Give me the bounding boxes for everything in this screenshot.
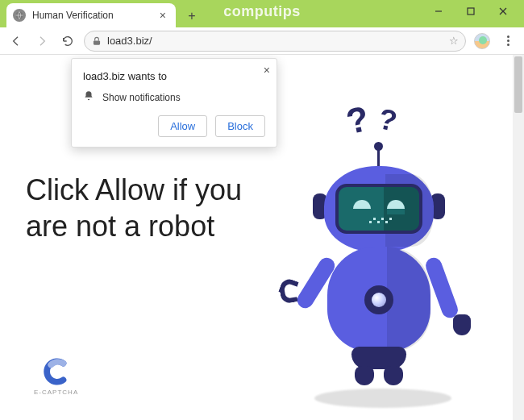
nav-back-button[interactable] (6, 31, 26, 51)
tab-title: Human Verification (32, 10, 114, 21)
nav-forward-button[interactable] (32, 31, 52, 51)
page-viewport: × load3.biz wants to Show notifications … (0, 55, 524, 420)
avatar-icon (474, 33, 490, 49)
robot-body (274, 150, 484, 392)
globe-icon (13, 9, 26, 22)
profile-avatar-button[interactable] (472, 31, 492, 51)
captcha-brand-logo: E-CAPTCHA (34, 358, 78, 396)
address-bar[interactable]: load3.biz/ ☆ (84, 31, 466, 52)
browser-toolbar: load3.biz/ ☆ (0, 27, 524, 55)
robot-illustration: ? ? (258, 100, 492, 414)
svg-rect-2 (468, 8, 474, 15)
svg-rect-5 (94, 40, 100, 44)
dialog-title: load3.biz wants to (83, 70, 265, 82)
window-maximize-button[interactable] (455, 0, 487, 23)
captcha-brand-text: E-CAPTCHA (34, 389, 78, 396)
notification-permission-dialog: × load3.biz wants to Show notifications … (71, 58, 277, 148)
window-minimize-button[interactable] (422, 0, 455, 23)
nav-reload-button[interactable] (58, 31, 77, 51)
lock-icon (91, 35, 102, 47)
new-tab-button[interactable]: + (181, 5, 203, 27)
bookmark-star-icon[interactable]: ☆ (449, 35, 459, 47)
block-button[interactable]: Block (215, 115, 265, 137)
dialog-request-text: Show notifications (102, 92, 181, 103)
captcha-logo-icon (43, 358, 70, 385)
browser-menu-button[interactable] (498, 31, 518, 51)
bell-icon (83, 90, 94, 104)
scrollbar-track[interactable] (513, 55, 524, 420)
brand-watermark: computips (223, 3, 301, 20)
dialog-close-icon[interactable]: × (264, 64, 270, 77)
question-mark-icon: ? (343, 98, 372, 142)
close-tab-icon[interactable]: × (158, 9, 168, 22)
window-titlebar: Human Verification × + computips (0, 0, 524, 27)
question-mark-icon: ? (376, 102, 400, 139)
window-close-button[interactable] (487, 0, 519, 23)
address-bar-url: load3.biz/ (107, 35, 152, 47)
scrollbar-thumb[interactable] (514, 56, 522, 113)
allow-button[interactable]: Allow (158, 115, 207, 137)
browser-tab[interactable]: Human Verification × (6, 3, 176, 27)
page-headline: Click Allow if you are not a robot (26, 172, 268, 244)
